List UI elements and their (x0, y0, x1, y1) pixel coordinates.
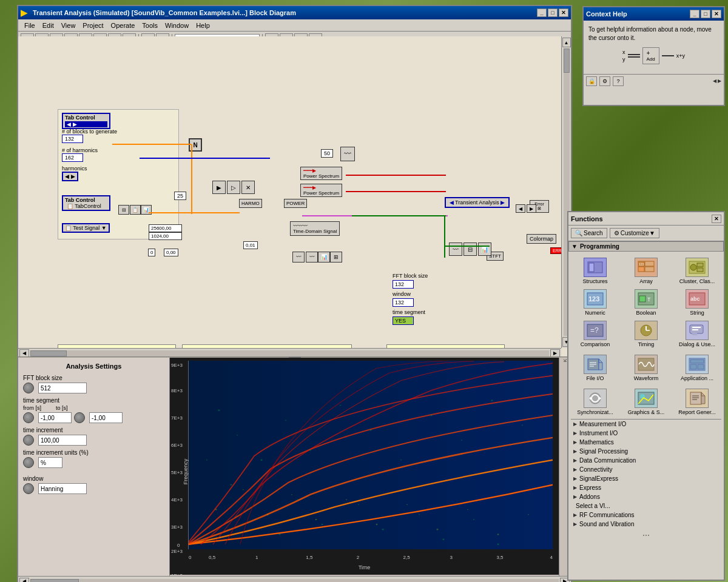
svg-text:=?: =? (590, 326, 599, 335)
instrument-label: Instrument I/O (579, 430, 618, 436)
fn-item-timing[interactable]: Timing (622, 319, 670, 349)
power-spectrum-1[interactable]: ━━━▶ Power Spectrum (300, 167, 342, 180)
value-50[interactable]: 50 (321, 149, 333, 158)
menu-file[interactable]: File (21, 21, 39, 30)
fn-item-comparison[interactable]: =? Comparison (571, 319, 619, 349)
svg-point-5 (285, 420, 286, 421)
lower-scroll-thumb[interactable] (30, 579, 79, 583)
harmonics-control[interactable]: ◀ ▶ (62, 172, 78, 181)
time-segment-from-knob[interactable] (23, 412, 34, 423)
fn-rf-communications[interactable]: ▶ RF Communications (568, 510, 724, 520)
time-segment-from-input[interactable] (38, 412, 72, 423)
value-25[interactable]: 25 (174, 192, 186, 200)
context-help-settings-button[interactable]: ⚙ (599, 76, 610, 86)
close-button[interactable]: ✕ (559, 8, 568, 17)
programming-section-header[interactable]: ▼ Programming (568, 241, 724, 252)
fn-connectivity[interactable]: ▶ Connectivity (568, 465, 724, 474)
time-domain-signal-node[interactable]: 〰〰〰 Time-Domain Signal (290, 221, 340, 236)
fn-item-structures[interactable]: Structures (571, 256, 619, 286)
context-help-maximize[interactable]: □ (701, 10, 710, 18)
context-help-minimize[interactable]: _ (690, 10, 699, 18)
tab-control-1-node[interactable]: Tab Control ◀ ▶ (62, 113, 110, 129)
fn-select-vi[interactable]: Select a VI... (568, 501, 724, 510)
fn-instrument-io[interactable]: ▶ Instrument I/O (568, 429, 724, 438)
fn-item-numeric[interactable]: 123 Numeric (571, 288, 619, 317)
blocks-to-generate-value[interactable]: 132 (62, 135, 83, 143)
window-input[interactable] (38, 483, 87, 494)
fn-item-fileio[interactable]: File I/O (571, 353, 619, 383)
diagram-canvas[interactable]: Tab Control ◀ ▶ # of blocks to generate … (18, 36, 571, 358)
fn-item-waveform[interactable]: Waveform (622, 353, 670, 383)
time-increment-units-row: time increment units (%) (23, 449, 164, 468)
fn-data-communication[interactable]: ▶ Data Communication (568, 456, 724, 465)
x-tick-4: 4 (550, 555, 553, 560)
fn-item-report[interactable]: Report Gener... (673, 387, 721, 416)
menu-view[interactable]: View (58, 21, 79, 30)
fft-block-size-input[interactable] (38, 383, 87, 393)
maximize-button[interactable]: □ (548, 8, 558, 17)
lower-h-scrollbar[interactable]: ◀ ▶ (18, 576, 571, 582)
fn-signal-express[interactable]: ▶ SignalExpress (568, 474, 724, 483)
menu-window[interactable]: Window (161, 21, 192, 30)
numeric-icon: 123 (584, 289, 607, 309)
harmo-block[interactable]: HARMO (239, 199, 262, 208)
menu-project[interactable]: Project (79, 21, 107, 30)
lower-scroll-left[interactable]: ◀ (19, 578, 29, 583)
value-1024[interactable]: 1024,00 (149, 232, 182, 240)
fn-measurement-io[interactable]: ▶ Measurement I/O (568, 420, 724, 429)
fn-item-cluster[interactable]: Cluster, Clas... (673, 256, 721, 286)
minimize-button[interactable]: _ (537, 8, 547, 17)
time-segment-to-knob[interactable] (74, 412, 85, 423)
fn-signal-processing[interactable]: ▶ Signal Processing (568, 447, 724, 456)
more-items-arrow[interactable]: ⋯ (568, 529, 724, 542)
context-help-lock-button[interactable]: 🔒 (586, 76, 597, 86)
fn-sound-vibration[interactable]: ▶ Sound and Vibration (568, 520, 724, 529)
context-help-close[interactable]: ✕ (712, 10, 721, 18)
fn-item-graphics[interactable]: Graphics & S... (622, 387, 670, 416)
fn-addons[interactable]: ▶ Addons (568, 492, 724, 501)
harmonics-count-value[interactable]: 162 (62, 153, 83, 162)
functions-panel-scroll-area[interactable]: ▼ Programming Structures (568, 241, 724, 566)
value-25600[interactable]: 25600,00 (149, 224, 182, 232)
power-block[interactable]: POWER (284, 199, 307, 208)
context-help-help-button[interactable]: ? (613, 76, 624, 86)
fft-block-size-knob[interactable] (23, 383, 34, 393)
svg-point-16 (249, 509, 250, 510)
fft-block-size-value[interactable]: 132 (393, 280, 414, 289)
scroll-up-button[interactable]: ▲ (562, 38, 571, 47)
test-signal-control[interactable]: 📋 Test Signal ▼ (62, 223, 110, 233)
time-increment-input[interactable] (38, 435, 87, 446)
time-increment-units-input[interactable] (38, 457, 62, 468)
functions-customize-button[interactable]: ⚙ Customize▼ (610, 228, 659, 238)
time-segment-to-input[interactable] (89, 412, 123, 423)
fn-express[interactable]: ▶ Express (568, 483, 724, 492)
fn-item-string[interactable]: abc String (673, 288, 721, 317)
window-knob[interactable] (23, 483, 34, 494)
time-increment-knob[interactable] (23, 435, 34, 446)
fn-item-application[interactable]: Application ... (673, 353, 721, 383)
time-increment-units-knob[interactable] (23, 457, 34, 468)
fn-item-boolean[interactable]: T Boolean (622, 288, 670, 317)
value-000[interactable]: 0,00 (164, 249, 178, 256)
scroll-v-thumb[interactable] (564, 48, 570, 73)
fn-item-sync[interactable]: Synchronizat... (571, 387, 619, 416)
menu-edit[interactable]: Edit (39, 21, 58, 30)
value-001[interactable]: 0,01 (243, 241, 258, 249)
add-node-icon[interactable]: + Add (642, 47, 659, 64)
colormap-node[interactable]: Colormap (527, 234, 556, 244)
value-0[interactable]: 0 (148, 249, 155, 256)
scroll-thumb[interactable] (30, 350, 67, 356)
tab-control-2-node[interactable]: Tab Control 📋 TabControl (62, 195, 110, 211)
time-segment-value-diagram[interactable]: YES (393, 316, 414, 325)
fn-item-array[interactable]: 123 Array (622, 256, 670, 286)
menu-operate[interactable]: Operate (107, 21, 139, 30)
window-value-diagram[interactable]: 132 (393, 298, 414, 307)
power-spectrum-2[interactable]: ━━━▶ Power Spectrum (300, 184, 342, 197)
transient-analysis-block[interactable]: ◀ Transient Analysis ▶ (445, 197, 510, 208)
functions-search-button[interactable]: 🔍 Search (571, 228, 607, 238)
functions-panel-close[interactable]: ✕ (712, 215, 721, 223)
fn-mathematics[interactable]: ▶ Mathematics (568, 438, 724, 447)
menu-tools[interactable]: Tools (138, 21, 161, 30)
fn-item-dialog[interactable]: Dialog & Use... (673, 319, 721, 349)
menu-help[interactable]: Help (192, 21, 214, 30)
